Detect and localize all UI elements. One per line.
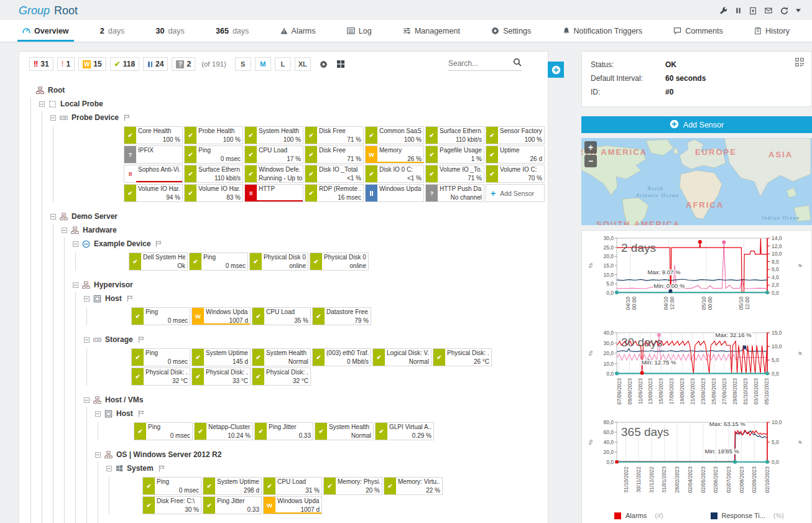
email-icon[interactable]: [764, 7, 773, 14]
sensor-tile[interactable]: ✔Core Health100 %: [124, 126, 183, 144]
tab-alarms[interactable]: Alarms: [280, 20, 316, 42]
sensor-tile[interactable]: ✔Physical Disk: ...32 °C: [252, 368, 311, 386]
search-input[interactable]: [448, 59, 508, 68]
sensor-tile[interactable]: ✔Ping Jitter0.33: [203, 496, 262, 514]
geo-map[interactable]: + − NORTH AMERICAEUROPEASIAAFRICASOUTH A…: [581, 138, 812, 225]
sensor-tile[interactable]: ‼HTTP: [244, 184, 303, 202]
sensor-tile[interactable]: ✔CPU Load35 %: [252, 307, 311, 325]
size-button-s[interactable]: S: [235, 57, 251, 71]
tree-node[interactable]: −Host: [95, 407, 542, 420]
tab-30days[interactable]: 30days: [155, 20, 184, 42]
tree-node[interactable]: −Example Device: [73, 237, 542, 251]
size-button-l[interactable]: L: [275, 57, 291, 71]
sensor-tile[interactable]: ✔Physical Disk: ...26 °C: [433, 348, 492, 366]
sensor-tile[interactable]: ✔Datastore Free...79 %: [312, 307, 371, 325]
sensor-tile[interactable]: ✔System Uptime298 d: [203, 477, 262, 495]
tree-node[interactable]: −Hardware: [62, 223, 542, 237]
sensor-tile[interactable]: WMemory26 %: [365, 146, 424, 164]
tab-management[interactable]: Management: [403, 20, 460, 42]
map-zoom-out-button[interactable]: −: [584, 155, 597, 167]
tree-node[interactable]: −Probe Device: [50, 111, 542, 124]
sensor-tile[interactable]: ✔Disk IO 0 C:<1 %: [365, 165, 424, 183]
sensor-tile[interactable]: ✔Ping0 msec: [184, 146, 243, 164]
collapse-icon[interactable]: −: [62, 228, 67, 233]
map-zoom-in-button[interactable]: +: [584, 141, 597, 154]
sensor-tile[interactable]: ✔Ping0 msec: [131, 348, 190, 366]
sensor-tile[interactable]: ✔Physical Disk 0...online: [249, 252, 308, 271]
sensor-count-down[interactable]: ‼31: [29, 57, 53, 71]
add-object-button[interactable]: [548, 62, 564, 78]
sensor-tile[interactable]: WWindows Upda...1007 d: [191, 307, 251, 325]
sensor-tile[interactable]: ✔Surface Ethern...110 kbit/s: [184, 165, 243, 183]
tab-log[interactable]: Log: [347, 20, 372, 42]
sensor-tile[interactable]: ✔Physical Disk: ...32 °C: [131, 368, 190, 386]
sensor-tile[interactable]: ✔CPU Load31 %: [263, 477, 322, 495]
search-icon[interactable]: [513, 58, 522, 69]
tree-node[interactable]: −Demo Server: [50, 210, 542, 223]
sensor-tile[interactable]: Windows Upda...: [365, 184, 424, 202]
wrench-icon[interactable]: [719, 7, 727, 15]
tab-history[interactable]: History: [754, 20, 790, 42]
collapse-icon[interactable]: −: [84, 296, 90, 302]
sensor-tile[interactable]: ?HTTP Push Da...No channel: [425, 184, 484, 202]
sensor-tile[interactable]: ✔System Health100 %: [244, 126, 303, 144]
sensor-tile[interactable]: ✔Ping Jitter0.33: [254, 422, 313, 440]
sensor-tile[interactable]: ✔Memory: Physi...20 %: [323, 477, 382, 495]
sensor-tile[interactable]: ✔Probe Health100 %: [184, 126, 243, 144]
sensor-tile[interactable]: ✔Dell System He...Ok: [129, 252, 188, 271]
collapse-icon[interactable]: −: [50, 214, 56, 220]
sensor-count-unknown[interactable]: ?2: [172, 57, 195, 71]
tree-node[interactable]: −System: [106, 461, 542, 475]
sensor-tile[interactable]: ✔Netapp-Cluster...10.24 %: [194, 422, 253, 440]
collapse-icon[interactable]: −: [73, 282, 78, 288]
collapse-icon[interactable]: −: [73, 241, 78, 247]
collapse-icon[interactable]: −: [106, 466, 112, 471]
sensor-tile[interactable]: WWindows Upda...1007 d: [263, 496, 322, 514]
sensor-tile[interactable]: ✔Volume IO _To...71 %: [425, 165, 484, 183]
legend-item[interactable]: Alarms(#): [614, 512, 709, 519]
sensor-tile[interactable]: ✔CPU Load17 %: [244, 146, 303, 164]
sensor-tile[interactable]: ✔Volume IO C:70 %: [486, 165, 545, 183]
caret-icon[interactable]: [796, 9, 801, 12]
sensor-tile[interactable]: ?IPFIX: [124, 146, 183, 164]
sensor-tile[interactable]: ✔Pagefile Usage1 %: [425, 146, 484, 164]
add-sensor-button[interactable]: Add Sensor: [581, 116, 812, 133]
tab-comments[interactable]: Comments: [673, 20, 722, 42]
sensor-tile[interactable]: ✔GLPI Virtual A...0.29 %: [375, 422, 434, 440]
sensor-tile[interactable]: ✔Disk IO _Total<1 %: [305, 165, 364, 183]
sensor-tile[interactable]: ✔RDP (Remote ...16 msec: [305, 184, 364, 202]
tab-365days[interactable]: 365days: [216, 20, 249, 42]
sensor-tile[interactable]: ✔Volume IO Har...83 %: [184, 184, 243, 202]
qr-code-icon[interactable]: [795, 58, 804, 69]
sensor-tile[interactable]: ✔Disk Free71 %: [305, 146, 364, 164]
sensor-tile[interactable]: ‼Sophos Anti-Vi...: [124, 165, 183, 183]
sensor-tile[interactable]: ✔Ping0 msec: [134, 422, 193, 440]
legend-item[interactable]: Response Ti...(%): [711, 512, 806, 519]
view-options-gear-icon[interactable]: [320, 60, 328, 68]
sensor-tile[interactable]: ✔Ping0 msec: [142, 477, 201, 495]
tab-notification-triggers[interactable]: Notification Triggers: [563, 20, 642, 42]
collapse-icon[interactable]: −: [84, 337, 90, 343]
sensor-tile[interactable]: ✔Disk Free71 %: [305, 126, 364, 144]
add-sensor-tile[interactable]: +Add Sensor: [486, 184, 545, 202]
refresh-icon[interactable]: [780, 7, 788, 15]
collapse-icon[interactable]: −: [84, 397, 90, 403]
sensor-tile[interactable]: ✔Ping0 msec: [131, 307, 190, 325]
tree-node[interactable]: Root: [28, 83, 542, 97]
size-button-xl[interactable]: XL: [295, 57, 311, 71]
tab-overview[interactable]: Overview: [22, 20, 69, 42]
sensor-count-paused[interactable]: 24: [143, 57, 168, 71]
tree-node[interactable]: −Hypervisor: [73, 278, 542, 292]
tree-view-grid-icon[interactable]: [336, 60, 345, 68]
collapse-icon[interactable]: −: [50, 115, 56, 121]
sensor-count-up[interactable]: ✔118: [110, 57, 139, 71]
sensor-tile[interactable]: ✔Disk Free: C:\30 %: [142, 496, 201, 514]
sensor-tile[interactable]: ✔Memory: Virtu...22 %: [384, 477, 443, 495]
tree-node[interactable]: −Host: [84, 292, 542, 305]
sensor-tile[interactable]: ✔Logical Disk: V...Normal: [372, 348, 431, 366]
sensor-tile[interactable]: ✔Physical Disk 0...online: [310, 252, 369, 271]
tab-2days[interactable]: 2days: [100, 20, 124, 42]
sensor-tile[interactable]: ✔System Uptime145 d: [191, 348, 251, 366]
sensor-tile[interactable]: ✔Uptime26 d: [486, 146, 545, 164]
size-button-m[interactable]: M: [255, 57, 271, 71]
